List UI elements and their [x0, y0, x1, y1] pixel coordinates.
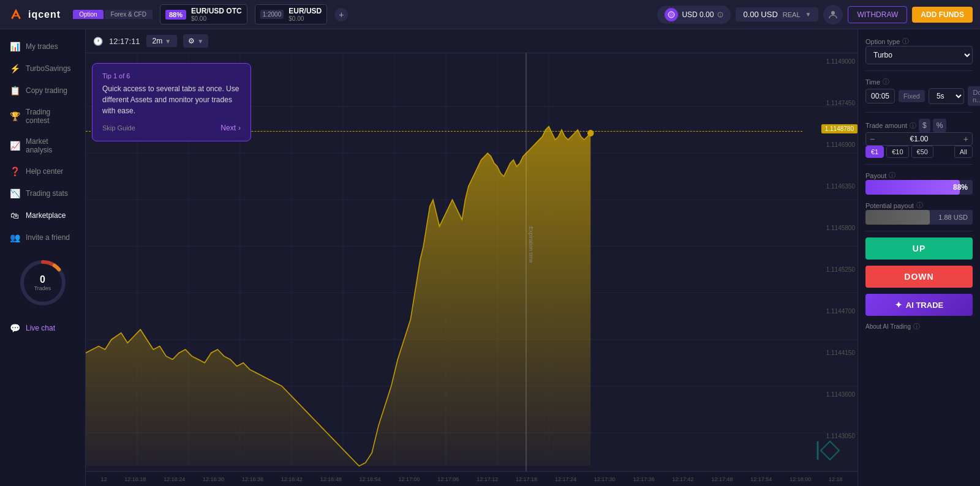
- tab-group: Option Forex & CFD: [73, 10, 153, 19]
- sidebar-label-my-trades: My trades: [26, 42, 58, 51]
- potential-payout-label: Potential payout ⓘ: [865, 201, 973, 210]
- option-type-select[interactable]: Turbo: [865, 46, 973, 64]
- header-right: USD 0.00 i 0.00 USD REAL ▼ WITHDRAW ADD …: [657, 5, 973, 24]
- sidebar-item-live-chat[interactable]: 💬 Live chat: [0, 317, 85, 339]
- skip-guide-button[interactable]: Skip Guide: [102, 124, 135, 132]
- clock-icon: 🕐: [93, 37, 103, 46]
- sidebar-label-trading-contest: Trading contest: [26, 108, 75, 125]
- quick-amt-50[interactable]: €50: [911, 146, 933, 158]
- tab-option[interactable]: Option: [73, 10, 103, 19]
- tooltip-actions: Skip Guide Next ›: [102, 124, 241, 132]
- x-label-20: 12:18: [829, 476, 843, 482]
- time-section: Time ⓘ 00:05 Fixed 5s 10s 30s 1m Do n...: [865, 77, 973, 106]
- add-asset-button[interactable]: +: [334, 8, 348, 21]
- asset2-name: EUR/USD: [288, 7, 322, 15]
- demo-balance-badge[interactable]: USD 0.00 i: [657, 6, 731, 24]
- quick-amt-all[interactable]: All: [954, 146, 973, 158]
- trading-contest-icon: 🏆: [10, 111, 20, 121]
- time-row: 00:05 Fixed 5s 10s 30s 1m Do n...: [865, 86, 973, 106]
- balance-type: REAL: [783, 11, 801, 18]
- gear-icon: ⚙: [188, 37, 195, 45]
- about-ai-trading[interactable]: About AI Trading ⓘ: [865, 322, 973, 331]
- sidebar-item-marketplace[interactable]: 🛍 Marketplace: [0, 204, 85, 226]
- about-ai-info-icon[interactable]: ⓘ: [913, 322, 920, 331]
- interval-button[interactable]: 2m ▼: [146, 35, 178, 47]
- demo-icon: [665, 8, 678, 21]
- sidebar-item-market-analysis[interactable]: 📈 Market analysis: [0, 131, 85, 160]
- x-label-6: 12:16:42: [281, 476, 303, 482]
- next-button[interactable]: Next ›: [221, 124, 241, 132]
- x-label-13: 12:17:24: [555, 476, 576, 482]
- sidebar-item-trading-stats[interactable]: 📉 Trading stats: [0, 182, 85, 204]
- time-select[interactable]: 5s 10s 30s 1m: [929, 88, 964, 104]
- sidebar-item-invite-friend[interactable]: 👥 Invite a friend: [0, 226, 85, 249]
- x-label-4: 12:16:30: [203, 476, 224, 482]
- payout-label: Payout ⓘ: [865, 171, 973, 180]
- sidebar-label-invite-friend: Invite a friend: [26, 233, 70, 242]
- potential-payout-info-icon[interactable]: ⓘ: [916, 201, 923, 210]
- asset1-name: EUR/USD OTC: [191, 7, 242, 15]
- sidebar-item-my-trades[interactable]: 📊 My trades: [0, 36, 85, 58]
- quick-amt-10[interactable]: €10: [886, 146, 908, 158]
- sidebar-item-help-center[interactable]: ❓ Help center: [0, 160, 85, 182]
- live-chat-icon: 💬: [10, 323, 20, 333]
- up-button[interactable]: UP: [865, 237, 973, 260]
- trades-count: 0: [34, 274, 51, 285]
- option-type-label: Option type ⓘ: [865, 37, 973, 46]
- payout-info-icon[interactable]: ⓘ: [889, 171, 895, 180]
- user-icon: [828, 10, 838, 20]
- sidebar-item-turbo-savings[interactable]: ⚡ TurboSavings: [0, 58, 85, 80]
- ai-trade-button[interactable]: ✦ AI TRADE: [865, 294, 973, 316]
- sidebar-item-trading-contest[interactable]: 🏆 Trading contest: [0, 102, 85, 131]
- asset1-pair[interactable]: 88% EUR/USD OTC $0.00: [160, 4, 247, 24]
- divider-2: [865, 112, 973, 113]
- market-analysis-icon: 📈: [10, 141, 20, 151]
- logo[interactable]: iqcent: [7, 6, 61, 23]
- sidebar-label-market-analysis: Market analysis: [26, 137, 75, 154]
- tab-cfd[interactable]: Forex & CFD: [105, 10, 153, 19]
- sidebar-item-copy-trading[interactable]: 📋 Copy trading: [0, 80, 85, 102]
- my-trades-icon: 📊: [10, 42, 20, 51]
- withdraw-button[interactable]: WITHDRAW: [848, 6, 907, 23]
- main-layout: 📊 My trades ⚡ TurboSavings 📋 Copy tradin…: [0, 29, 980, 486]
- svg-point-3: [831, 11, 835, 15]
- trade-amount-label: Trade amount ⓘ $ %: [865, 119, 973, 132]
- fixed-button[interactable]: Fixed: [899, 90, 925, 102]
- sidebar: 📊 My trades ⚡ TurboSavings 📋 Copy tradin…: [0, 29, 86, 486]
- trade-amount-info-icon[interactable]: ⓘ: [910, 121, 916, 130]
- divider-4: [865, 231, 973, 231]
- amount-value: €1.00: [877, 135, 961, 143]
- chart-toolbar: 🕐 12:17:11 2m ▼ ⚙ ▼: [86, 29, 858, 53]
- x-label-8: 12:16:54: [360, 476, 381, 482]
- dont-repeat-button[interactable]: Do n...: [968, 86, 980, 106]
- user-profile-button[interactable]: [823, 5, 843, 24]
- sidebar-label-trading-stats: Trading stats: [26, 189, 68, 198]
- iqcent-watermark: [815, 435, 851, 468]
- current-price-tag: 1.1148780: [821, 124, 858, 133]
- tooltip-text: Quick access to several tabs at once. Us…: [102, 83, 241, 116]
- percent-toggle-button[interactable]: %: [933, 119, 947, 132]
- divider-3: [865, 164, 973, 165]
- option-type-info-icon[interactable]: ⓘ: [902, 37, 909, 46]
- chart-settings-button[interactable]: ⚙ ▼: [183, 34, 208, 48]
- logo-text: iqcent: [28, 9, 61, 20]
- quick-amounts: €1 €10 €50 All: [865, 146, 973, 158]
- potential-payout-fill: [865, 210, 930, 225]
- x-label-19: 12:18:00: [790, 476, 811, 482]
- amount-plus-button[interactable]: +: [963, 134, 968, 144]
- x-label-15: 12:17:36: [633, 476, 655, 482]
- add-funds-button[interactable]: ADD FUNDS: [912, 7, 973, 23]
- asset2-pair[interactable]: 1:2000 EUR/USD $0.00: [255, 4, 328, 24]
- x-label-11: 12:17:12: [477, 476, 498, 482]
- down-button[interactable]: DOWN: [865, 266, 973, 288]
- currency-toggle-button[interactable]: $: [919, 119, 930, 132]
- time-info-icon[interactable]: ⓘ: [883, 77, 889, 86]
- x-label-3: 12:16:24: [164, 476, 185, 482]
- turbo-savings-icon: ⚡: [10, 64, 20, 73]
- amount-minus-button[interactable]: −: [870, 134, 875, 144]
- help-center-icon: ❓: [10, 166, 20, 176]
- balance-display[interactable]: 0.00 USD REAL ▼: [736, 7, 818, 21]
- x-label-18: 12:17:54: [750, 476, 772, 482]
- quick-amt-1[interactable]: €1: [865, 146, 884, 158]
- next-arrow-icon: ›: [238, 124, 241, 132]
